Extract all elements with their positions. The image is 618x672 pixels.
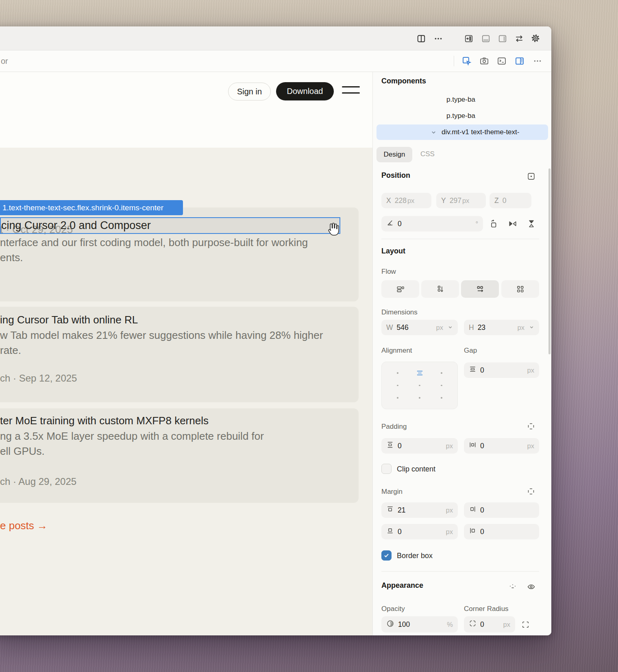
window-toolbar (0, 26, 551, 50)
more-posts-link[interactable]: e posts → (0, 519, 48, 532)
x-value: 228 (395, 196, 407, 205)
selected-post-heading[interactable]: cing Cursor 2.0 and Composer (1, 219, 151, 232)
rotate-icon[interactable] (489, 219, 498, 228)
gap-unit: px (527, 367, 534, 374)
gap-label: Gap (464, 347, 477, 355)
align-center-icon (416, 370, 423, 376)
panel-scrollbar[interactable] (548, 168, 551, 354)
design-inspector-panel: Components p.type-ba p.type-ba div.mt-v1… (372, 72, 551, 635)
margin-top-value: 21 (398, 506, 405, 515)
gap-field[interactable]: 0 px (464, 362, 539, 378)
tab-css[interactable]: CSS (420, 150, 435, 158)
post-title[interactable]: ing Cursor Tab with online RL (0, 314, 138, 326)
y-label: Y (441, 196, 446, 205)
align-cell[interactable] (409, 392, 431, 404)
opacity-unit: % (447, 621, 453, 628)
corner-radius-field[interactable]: 0 px (464, 616, 515, 633)
dock-right-icon[interactable] (498, 34, 507, 44)
margin-right-value: 0 (480, 506, 484, 515)
height-value: 23 (478, 323, 485, 332)
more-icon[interactable] (533, 56, 542, 66)
alignment-grid[interactable] (381, 362, 458, 409)
flow-block-button[interactable] (381, 280, 419, 298)
swap-panels-icon[interactable] (514, 34, 524, 44)
align-cell[interactable] (431, 379, 453, 391)
align-cell[interactable] (409, 379, 431, 391)
component-tree-item[interactable]: p.type-ba (446, 112, 475, 120)
padding-sides-icon[interactable] (527, 422, 535, 431)
gap-value: 0 (480, 366, 484, 375)
tab-design[interactable]: Design (376, 147, 412, 162)
height-field[interactable]: H 23 px (464, 320, 539, 335)
padding-vertical-unit: px (446, 442, 453, 450)
padding-label: Padding (381, 423, 407, 431)
align-cell[interactable] (387, 392, 409, 404)
position-z-field[interactable]: Z 0 (490, 193, 531, 208)
margin-bottom-field[interactable]: 0 px (381, 524, 458, 539)
section-divider (381, 571, 539, 572)
margin-left-icon (469, 527, 477, 537)
selector-tooltip: 1.text-theme-text-sec.flex.shrink-0.item… (0, 200, 183, 215)
position-x-field[interactable]: X 228px (381, 193, 431, 208)
alignment-label: Alignment (381, 347, 412, 355)
more-icon[interactable] (433, 34, 443, 44)
position-y-field[interactable]: Y 297px (436, 193, 486, 208)
opacity-value: 100 (398, 620, 410, 629)
sign-in-button[interactable]: Sign in (228, 83, 271, 100)
opacity-field[interactable]: 100 % (381, 616, 458, 633)
eye-icon[interactable] (527, 582, 535, 591)
constraints-icon[interactable] (527, 172, 535, 181)
flip-horizontal-icon[interactable] (508, 219, 517, 228)
margin-top-field[interactable]: 21 px (381, 502, 458, 518)
terminal-icon[interactable] (497, 56, 507, 66)
chevron-down-icon[interactable] (429, 127, 438, 137)
position-section-title: Position (381, 171, 410, 180)
padding-horizontal-unit: px (527, 442, 534, 450)
margin-label: Margin (381, 488, 403, 496)
align-dot (441, 385, 442, 386)
open-panel-left-icon[interactable] (464, 34, 474, 44)
flow-row-button[interactable] (461, 280, 499, 298)
component-tree-item-selected[interactable]: div.mt-v1 text-theme-text- (376, 124, 548, 140)
z-value: 0 (503, 196, 507, 205)
corner-radius-unit: px (503, 621, 510, 628)
rotation-value: 0 (398, 220, 402, 228)
screenshot-camera-icon[interactable] (479, 56, 489, 66)
align-cell[interactable] (387, 367, 409, 379)
chevron-down-icon[interactable] (448, 323, 453, 332)
border-box-checkbox[interactable] (381, 550, 392, 561)
settings-gear-icon[interactable] (531, 33, 540, 43)
rotation-field[interactable]: 0 ° (381, 216, 483, 231)
dock-bottom-icon[interactable] (481, 34, 491, 44)
appearance-presets-icon[interactable] (508, 582, 517, 591)
post-title[interactable]: ter MoE training with custom MXFP8 kerne… (0, 415, 209, 427)
width-unit: px (436, 324, 443, 332)
x-unit: px (407, 197, 414, 205)
component-tree-item[interactable]: p.type-ba (446, 96, 475, 104)
flow-grid-button[interactable] (501, 280, 539, 298)
post-meta: ch · Aug 29, 2025 (0, 476, 76, 487)
preview-panel-icon[interactable] (515, 56, 524, 66)
width-field[interactable]: W 546 px (381, 320, 458, 335)
padding-vertical-field[interactable]: 0 px (381, 438, 458, 454)
margin-left-field[interactable]: 0 (464, 524, 539, 539)
flip-vertical-icon[interactable] (527, 219, 536, 228)
flow-column-button[interactable] (421, 280, 459, 298)
align-cell[interactable] (387, 379, 409, 391)
margin-right-field[interactable]: 0 (464, 502, 539, 518)
clip-content-checkbox[interactable] (381, 464, 392, 474)
padding-horizontal-field[interactable]: 0 px (464, 438, 539, 454)
hand-cursor-icon (324, 222, 339, 238)
chevron-down-icon[interactable] (529, 323, 534, 332)
margin-sides-icon[interactable] (527, 487, 535, 496)
download-button[interactable]: Download (276, 82, 334, 100)
page-title-fragment: or (1, 57, 8, 66)
align-cell[interactable] (431, 367, 453, 379)
gap-icon (469, 365, 477, 375)
individual-corners-icon[interactable] (521, 620, 530, 629)
corner-radius-label: Corner Radius (464, 605, 509, 613)
align-cell[interactable] (431, 392, 453, 404)
split-view-icon[interactable] (416, 34, 426, 44)
align-cell-active[interactable] (409, 367, 431, 379)
inspect-element-icon[interactable] (462, 56, 472, 66)
